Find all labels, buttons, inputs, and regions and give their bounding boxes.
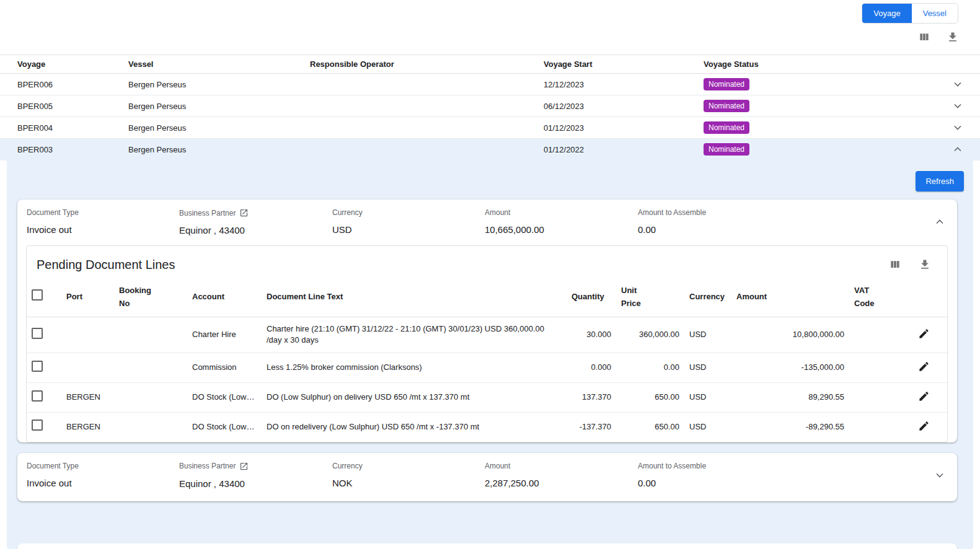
top-toolbar: Voyage Vessel <box>0 0 980 55</box>
refresh-button[interactable]: Refresh <box>916 171 964 191</box>
amount-to-assemble-value: 0.00 <box>638 478 922 488</box>
amount-cell: -89,290.55 <box>731 412 849 441</box>
document-line-text-cell: Less 1.25% broker commission (Clarksons) <box>262 353 567 383</box>
col-header-document-line-text: Document Line Text <box>262 278 567 317</box>
currency-label: Currency <box>332 462 485 470</box>
voyage-vessel-toggle: Voyage Vessel <box>862 4 958 23</box>
collapse-card-chevron-icon[interactable] <box>932 214 947 229</box>
port-cell: BERGEN <box>61 412 114 441</box>
currency-value: NOK <box>332 478 485 488</box>
edit-pencil-icon[interactable] <box>917 419 931 433</box>
col-header-amount: Amount <box>731 278 849 317</box>
voyage-cell: BPER003 <box>0 139 128 160</box>
edit-pencil-icon[interactable] <box>917 359 931 374</box>
document-line-text-cell: DO (Low Sulphur) on delivery USD 650 /mt… <box>262 383 567 413</box>
document-card-partial[interactable] <box>17 543 957 549</box>
vat-code-cell <box>849 317 905 353</box>
row-checkbox[interactable] <box>32 390 43 402</box>
pending-line-row[interactable]: BERGEN DO Stock (Low… DO on redelivery (… <box>27 412 948 441</box>
voyage-table-row[interactable]: BPER005 Bergen Perseus 06/12/2023 Nomina… <box>0 95 980 117</box>
voyage-cell: BPER004 <box>0 117 128 139</box>
col-header-vessel: Vessel <box>128 55 310 74</box>
voyage-table-row[interactable]: BPER006 Bergen Perseus 12/12/2023 Nomina… <box>0 74 980 95</box>
vessel-cell: Bergen Perseus <box>128 74 310 95</box>
open-in-new-icon[interactable] <box>239 208 249 217</box>
business-partner-label: Business Partner <box>179 462 236 470</box>
voyages-table: Voyage Vessel Responsible Operator Voyag… <box>0 55 980 160</box>
amount-value: 2,287,250.00 <box>485 478 638 488</box>
status-badge: Nominated <box>704 78 749 90</box>
vessel-cell: Bergen Perseus <box>128 117 310 139</box>
voyage-start-cell: 01/12/2022 <box>544 139 704 160</box>
pending-download-icon[interactable] <box>917 257 932 272</box>
col-header-voyage-start: Voyage Start <box>544 55 704 74</box>
pending-document-lines-title: Pending Document Lines <box>37 258 175 272</box>
row-checkbox[interactable] <box>32 419 43 431</box>
unit-price-cell: 0.00 <box>616 353 684 383</box>
select-all-checkbox[interactable] <box>32 289 43 301</box>
row-checkbox[interactable] <box>32 361 43 372</box>
document-type-value: Invoice out <box>27 478 179 488</box>
quantity-cell: 137.370 <box>567 383 616 413</box>
voyage-status-cell: Nominated <box>704 117 945 139</box>
unit-price-cell: 650.00 <box>616 383 684 413</box>
col-header-voyage-status: Voyage Status <box>704 55 945 74</box>
currency-cell: USD <box>684 353 731 383</box>
pending-columns-icon[interactable] <box>888 257 903 272</box>
voyage-table-row[interactable]: BPER004 Bergen Perseus 01/12/2023 Nomina… <box>0 117 980 139</box>
vessel-cell: Bergen Perseus <box>128 139 310 160</box>
vessel-cell: Bergen Perseus <box>128 95 310 117</box>
voyage-table-row[interactable]: BPER003 Bergen Perseus 01/12/2022 Nomina… <box>0 139 980 160</box>
download-icon[interactable] <box>945 30 960 45</box>
booking-no-cell <box>114 412 187 441</box>
quantity-cell: 30.000 <box>567 317 616 353</box>
responsible-operator-cell <box>310 139 544 160</box>
vat-code-cell <box>849 383 905 413</box>
currency-cell: USD <box>684 317 731 353</box>
col-header-unit-price: Unit Price <box>616 278 684 317</box>
currency-cell: USD <box>684 412 731 441</box>
edit-pencil-icon[interactable] <box>917 327 931 341</box>
expand-row-chevron-icon[interactable] <box>950 120 965 135</box>
expand-row-chevron-icon[interactable] <box>950 99 965 113</box>
pending-line-row[interactable]: BERGEN DO Stock (Low… DO (Low Sulphur) o… <box>27 383 948 413</box>
toggle-voyage-button[interactable]: Voyage <box>862 4 911 23</box>
col-header-booking-no: Booking No <box>114 278 187 317</box>
unit-price-cell: 650.00 <box>616 412 684 441</box>
currency-value: USD <box>332 224 485 235</box>
account-cell: Charter Hire <box>187 317 262 353</box>
col-header-responsible-operator: Responsible Operator <box>310 55 544 74</box>
expand-row-chevron-icon[interactable] <box>950 142 965 157</box>
columns-icon[interactable] <box>917 30 932 45</box>
account-cell: Commission <box>187 353 262 383</box>
toggle-vessel-button[interactable]: Vessel <box>912 4 958 23</box>
status-badge: Nominated <box>704 121 749 134</box>
pending-lines-tbody: Charter Hire Charter hire (21:10 (GMT) 3… <box>27 317 948 442</box>
amount-to-assemble-value: 0.00 <box>638 224 922 235</box>
document-type-label: Document Type <box>27 208 179 217</box>
amount-value: 10,665,000.00 <box>485 224 638 235</box>
pending-line-row[interactable]: Charter Hire Charter hire (21:10 (GMT) 3… <box>27 317 948 353</box>
pending-header-row: Port Booking No Account Document Line Te… <box>27 278 948 317</box>
document-line-text-cell: DO on redelivery (Low Sulphur) USD 650 /… <box>262 412 567 441</box>
document-card-nok: Document Type Invoice out Business Partn… <box>17 453 957 501</box>
vat-code-cell <box>849 353 905 383</box>
open-in-new-icon[interactable] <box>239 462 249 471</box>
voyages-tbody: BPER006 Bergen Perseus 12/12/2023 Nomina… <box>0 74 980 160</box>
row-checkbox[interactable] <box>32 328 43 339</box>
document-type-label: Document Type <box>27 462 179 470</box>
voyage-status-cell: Nominated <box>704 95 945 117</box>
voyage-start-cell: 12/12/2023 <box>544 74 704 95</box>
pending-line-row[interactable]: Commission Less 1.25% broker commission … <box>27 353 948 383</box>
expand-card-chevron-icon[interactable] <box>932 468 947 483</box>
expand-row-chevron-icon[interactable] <box>950 77 965 92</box>
col-header-account: Account <box>187 278 262 317</box>
voyage-status-cell: Nominated <box>704 74 945 95</box>
voyages-header-row: Voyage Vessel Responsible Operator Voyag… <box>0 55 980 74</box>
edit-pencil-icon[interactable] <box>917 389 931 403</box>
booking-no-cell <box>114 353 187 383</box>
expanded-voyage-panel: Refresh Document Type Invoice out Busine… <box>7 160 973 549</box>
unit-price-cell: 360,000.00 <box>616 317 684 353</box>
responsible-operator-cell <box>310 74 544 95</box>
booking-no-cell <box>114 383 187 413</box>
